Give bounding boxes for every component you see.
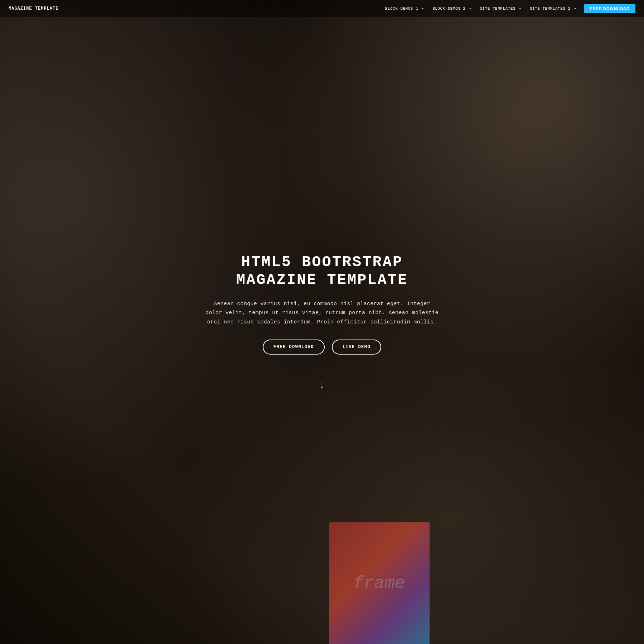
nav-link-site-templates[interactable]: SITE TEMPLATES ▾ — [476, 4, 525, 13]
navbar: MAGAZINE TEMPLATE BLOCK DEMOS 1 ▾ BLOCK … — [0, 0, 644, 17]
hero-title: HTML5 BOOTRSTRAP MAGAZINE TEMPLATE — [204, 253, 440, 289]
scroll-down-arrow[interactable]: ↓ — [319, 380, 325, 391]
nav-link-block-demos-1[interactable]: BLOCK DEMOS 1 ▾ — [382, 4, 427, 13]
chevron-down-icon: ▾ — [469, 7, 471, 11]
nav-link-block-demos-2[interactable]: BLOCK DEMOS 2 ▾ — [429, 4, 475, 13]
chevron-down-icon: ▾ — [422, 7, 424, 11]
chevron-down-icon: ▾ — [519, 7, 521, 11]
nav-link-site-templates-2[interactable]: SITE TEMPLATES 2 ▾ — [526, 4, 580, 13]
hero-section: HTML5 BOOTRSTRAP MAGAZINE TEMPLATE Aenea… — [0, 0, 644, 644]
hero-buttons: FREE DOWNLOAD LIVE DEMO — [204, 340, 440, 355]
nav-brand: MAGAZINE TEMPLATE — [9, 6, 58, 11]
chevron-down-icon: ▾ — [574, 7, 576, 11]
hero-description: Aenean congue varius nisi, eu commodo ni… — [204, 299, 440, 327]
hero-free-download-button[interactable]: FREE DOWNLOAD — [263, 340, 325, 355]
nav-free-download-button[interactable]: FREE DOWNLOAD — [584, 4, 635, 13]
nav-links: BLOCK DEMOS 1 ▾ BLOCK DEMOS 2 ▾ SITE TEM… — [382, 4, 635, 13]
hero-content: HTML5 BOOTRSTRAP MAGAZINE TEMPLATE Aenea… — [197, 253, 447, 376]
hero-live-demo-button[interactable]: LIVE DEMO — [332, 340, 381, 355]
hero-book-decoration — [329, 522, 430, 644]
